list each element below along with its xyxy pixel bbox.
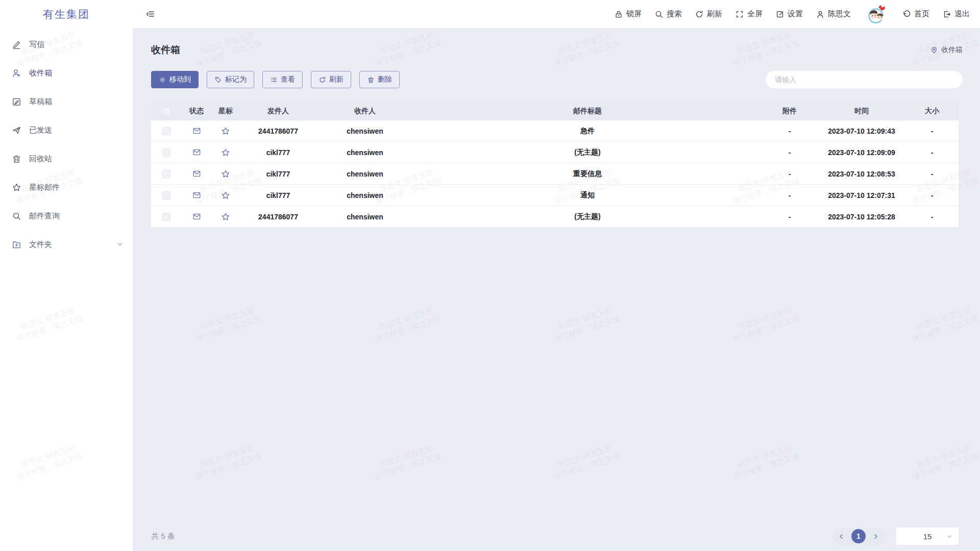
app-logo: 有生集团	[0, 0, 133, 28]
sidebar-item-label: 写信	[29, 40, 44, 49]
breadcrumb: 收件箱	[930, 45, 963, 55]
star-icon[interactable]	[221, 169, 230, 179]
trash-icon	[367, 76, 375, 84]
mail-time: 2023-07-10 12:07:31	[818, 191, 905, 199]
settings-label: 设置	[788, 9, 803, 19]
row-checkbox[interactable]	[162, 127, 170, 135]
envelope-icon	[192, 213, 201, 220]
refresh-icon	[695, 10, 704, 19]
envelope-icon	[192, 148, 201, 156]
row-checkbox[interactable]	[162, 213, 170, 221]
header-sender: 发件人	[240, 107, 316, 116]
settings-button[interactable]: 设置	[775, 9, 803, 19]
sidebar-item-drafts[interactable]: 草稿箱	[0, 87, 133, 116]
page-number-button[interactable]: 1	[851, 529, 866, 543]
home-label: 首页	[914, 9, 929, 19]
move-icon	[159, 76, 166, 84]
logout-button[interactable]: 退出	[942, 9, 970, 19]
chevron-down-icon	[946, 533, 953, 540]
refresh-button[interactable]: 刷新	[695, 9, 722, 19]
home-undo-icon	[902, 10, 911, 19]
inbox-user-icon	[11, 68, 21, 78]
refresh-label: 刷新	[707, 9, 722, 19]
mail-row[interactable]: cikl777 chensiwen (无主题) - 2023-07-10 12:…	[151, 142, 959, 163]
total-count: 共 5 条	[151, 532, 175, 541]
mail-subject: 急件	[413, 127, 762, 136]
next-page-button[interactable]	[872, 533, 879, 540]
lock-screen-button[interactable]: 锁屏	[614, 9, 642, 19]
star-icon[interactable]	[221, 127, 230, 136]
sidebar-item-folders[interactable]: 文件夹	[0, 230, 133, 259]
mail-sender: cikl777	[240, 191, 316, 199]
header-status: 状态	[182, 107, 211, 116]
filter-search-input[interactable]	[766, 71, 963, 88]
mail-subject: (无主题)	[413, 148, 762, 157]
global-search-label: 搜索	[667, 9, 682, 19]
sidebar-item-compose[interactable]: 写信	[0, 30, 133, 59]
mark-as-label: 标记为	[225, 75, 247, 84]
sidebar-item-sent[interactable]: 已发送	[0, 116, 133, 144]
view-button[interactable]: 查看	[262, 71, 303, 88]
header-recipient: 收件人	[316, 107, 413, 116]
settings-icon	[775, 10, 785, 19]
mail-time: 2023-07-10 12:09:09	[818, 148, 905, 157]
header-attachment: 附件	[762, 107, 818, 116]
user-icon	[816, 10, 825, 19]
global-search-button[interactable]: 搜索	[654, 9, 682, 19]
mail-size: -	[905, 127, 959, 135]
pagination: 1 15	[832, 528, 959, 545]
move-to-button[interactable]: 移动到	[151, 71, 199, 88]
refresh-list-button[interactable]: 刷新	[311, 71, 351, 88]
mail-row[interactable]: 2441786077 chensiwen 急件 - 2023-07-10 12:…	[151, 120, 959, 142]
paper-plane-icon	[11, 125, 21, 135]
star-icon[interactable]	[221, 148, 230, 157]
select-all-checkbox[interactable]	[162, 107, 170, 115]
lock-icon	[614, 10, 623, 19]
home-button[interactable]: 首页	[902, 9, 929, 19]
page-size-select[interactable]: 15	[896, 528, 959, 545]
row-checkbox[interactable]	[162, 191, 170, 199]
collapse-sidebar-icon[interactable]	[145, 9, 155, 19]
sidebar-item-label: 邮件查询	[29, 211, 60, 221]
sidebar: 有生集团 写信 收件箱 草稿箱 已发送 回收站 星标邮件 邮件查询 文件夹	[0, 0, 133, 551]
draft-icon	[11, 96, 21, 107]
prev-page-button[interactable]	[838, 533, 845, 540]
sidebar-item-mail-search[interactable]: 邮件查询	[0, 202, 133, 230]
header-star: 星标	[211, 107, 240, 116]
mail-time: 2023-07-10 12:05:28	[818, 213, 905, 221]
envelope-icon	[192, 170, 201, 178]
mail-app: 有生集团 写信 收件箱 草稿箱 已发送 回收站 星标邮件 邮件查询 文件夹	[0, 0, 980, 551]
breadcrumb-label: 收件箱	[941, 45, 963, 55]
tag-icon	[214, 76, 222, 84]
fullscreen-icon	[735, 10, 744, 19]
fullscreen-button[interactable]: 全屏	[735, 9, 763, 19]
logout-icon	[942, 10, 951, 19]
star-icon[interactable]	[221, 212, 230, 221]
mail-row[interactable]: cikl777 chensiwen 通知 - 2023-07-10 12:07:…	[151, 185, 959, 206]
location-pin-icon	[930, 46, 938, 54]
user-menu[interactable]: 陈思文	[816, 9, 851, 19]
sidebar-item-inbox[interactable]: 收件箱	[0, 59, 133, 87]
table-header: 状态 星标 发件人 收件人 邮件标题 附件 时间 大小	[151, 102, 959, 120]
delete-button[interactable]: 删除	[359, 71, 400, 88]
sidebar-item-trash[interactable]: 回收站	[0, 144, 133, 173]
envelope-icon	[192, 191, 201, 199]
mail-row[interactable]: cikl777 chensiwen 重要信息 - 2023-07-10 12:0…	[151, 163, 959, 185]
mail-toolbar: 移动到 标记为 查看 刷新	[151, 71, 400, 88]
move-to-label: 移动到	[169, 75, 191, 84]
row-checkbox[interactable]	[162, 170, 170, 178]
mail-table: 状态 星标 发件人 收件人 邮件标题 附件 时间 大小 2441786077 c…	[151, 102, 959, 228]
logout-label: 退出	[954, 9, 970, 19]
sidebar-item-starred[interactable]: 星标邮件	[0, 173, 133, 202]
row-checkbox[interactable]	[162, 148, 170, 157]
user-avatar[interactable]	[865, 3, 888, 26]
star-icon[interactable]	[221, 191, 230, 200]
mail-attachment: -	[762, 148, 818, 157]
mail-recipient: chensiwen	[316, 213, 413, 221]
list-footer: 共 5 条 1 15	[151, 528, 959, 545]
mail-recipient: chensiwen	[316, 148, 413, 157]
trash-icon	[11, 154, 21, 164]
header-time: 时间	[818, 107, 905, 116]
mail-row[interactable]: 2441786077 chensiwen (无主题) - 2023-07-10 …	[151, 206, 959, 228]
mark-as-button[interactable]: 标记为	[207, 71, 254, 88]
